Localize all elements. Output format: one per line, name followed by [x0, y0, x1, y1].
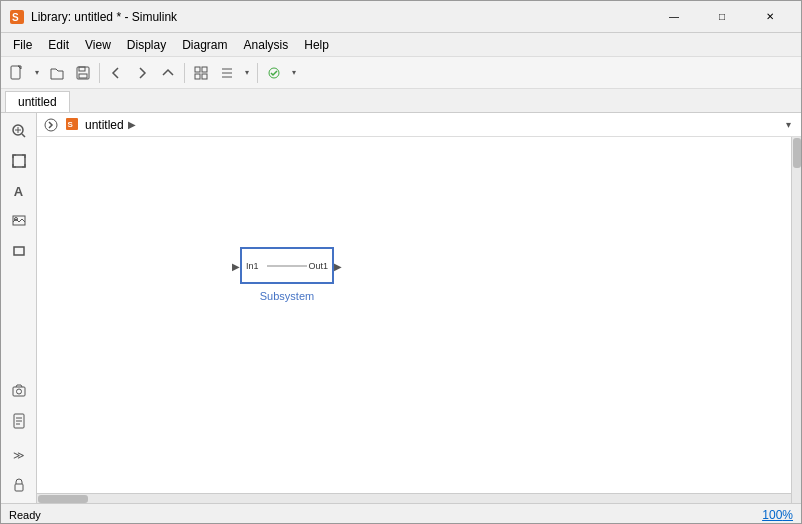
tab-bar: untitled — [1, 89, 801, 113]
svg-rect-22 — [14, 247, 24, 255]
up-button[interactable] — [156, 61, 180, 85]
block-body[interactable]: ▶ In1 Out1 ▶ — [240, 247, 334, 284]
in-port-arrow: ▶ — [232, 260, 240, 271]
separator-1 — [99, 63, 100, 83]
run-dropdown[interactable]: ▾ — [288, 61, 300, 85]
check-button[interactable] — [262, 61, 286, 85]
in-port-label: In1 — [246, 261, 259, 271]
title-icon: S — [9, 9, 25, 25]
svg-text:S: S — [12, 12, 19, 23]
svg-line-16 — [22, 134, 25, 137]
menu-bar: File Edit View Display Diagram Analysis … — [1, 33, 801, 57]
svg-rect-7 — [195, 67, 200, 72]
menu-edit[interactable]: Edit — [40, 36, 77, 54]
svg-rect-6 — [79, 74, 87, 78]
zoom-region-button[interactable] — [5, 117, 33, 145]
title-text: Library: untitled * - Simulink — [31, 10, 651, 24]
vscroll-thumb[interactable] — [793, 138, 801, 168]
svg-rect-29 — [15, 484, 23, 491]
doc-button[interactable] — [5, 407, 33, 435]
title-bar: S Library: untitled * - Simulink — □ ✕ — [1, 1, 801, 33]
more-button[interactable]: ≫ — [5, 441, 33, 469]
svg-rect-10 — [202, 74, 207, 79]
menu-display[interactable]: Display — [119, 36, 174, 54]
separator-3 — [257, 63, 258, 83]
breadcrumb-icon: S — [65, 117, 81, 133]
close-button[interactable]: ✕ — [747, 1, 793, 33]
breadcrumb-content: S untitled ▶ — [61, 117, 780, 133]
maximize-button[interactable]: □ — [699, 1, 745, 33]
forward-button[interactable] — [130, 61, 154, 85]
rect-button[interactable] — [5, 237, 33, 265]
back-button[interactable] — [104, 61, 128, 85]
svg-rect-5 — [79, 67, 85, 71]
breadcrumb-bar: S untitled ▶ ▾ — [37, 113, 801, 137]
out-port-arrow: ▶ — [334, 260, 342, 271]
zoom-value[interactable]: 100% — [762, 508, 793, 522]
minimize-button[interactable]: — — [651, 1, 697, 33]
svg-rect-2 — [11, 66, 20, 79]
menu-file[interactable]: File — [5, 36, 40, 54]
status-bar: Ready 100% — [1, 503, 801, 524]
zoom-display: 100% — [762, 508, 793, 522]
menu-diagram[interactable]: Diagram — [174, 36, 235, 54]
lock-button[interactable] — [5, 471, 33, 499]
list-view-button[interactable] — [215, 61, 239, 85]
tab-untitled[interactable]: untitled — [5, 91, 70, 112]
block-label: Subsystem — [232, 290, 342, 302]
hscroll-thumb[interactable] — [38, 495, 88, 503]
menu-help[interactable]: Help — [296, 36, 337, 54]
diagram-canvas[interactable]: ▶ In1 Out1 ▶ Subsystem — [37, 137, 801, 503]
breadcrumb-dropdown[interactable]: ▾ — [780, 117, 797, 132]
image-button[interactable] — [5, 207, 33, 235]
grid-view-button[interactable] — [189, 61, 213, 85]
fit-button[interactable] — [5, 147, 33, 175]
svg-rect-8 — [202, 67, 207, 72]
breadcrumb-nav-button[interactable] — [41, 115, 61, 135]
vertical-scrollbar[interactable] — [791, 137, 801, 503]
svg-rect-9 — [195, 74, 200, 79]
separator-2 — [184, 63, 185, 83]
svg-point-24 — [16, 389, 21, 394]
subsystem-block[interactable]: ▶ In1 Out1 ▶ Subsystem — [232, 247, 342, 302]
main-area: A ≫ S — [1, 113, 801, 503]
canvas-area[interactable]: S untitled ▶ ▾ ▶ In1 Out1 — [37, 113, 801, 503]
menu-analysis[interactable]: Analysis — [236, 36, 297, 54]
new-dropdown[interactable]: ▾ — [31, 61, 43, 85]
open-button[interactable] — [45, 61, 69, 85]
text-button[interactable]: A — [5, 177, 33, 205]
save-button[interactable] — [71, 61, 95, 85]
svg-text:S: S — [68, 120, 74, 129]
new-button[interactable] — [5, 61, 29, 85]
toolbar: ▾ ▾ ▾ — [1, 57, 801, 89]
breadcrumb-name[interactable]: untitled — [85, 118, 124, 132]
signal-line — [267, 265, 307, 266]
out-port-label: Out1 — [308, 261, 328, 271]
menu-view[interactable]: View — [77, 36, 119, 54]
zoom-area: 100% — [762, 508, 793, 522]
svg-rect-23 — [13, 387, 25, 396]
left-toolbar: A ≫ — [1, 113, 37, 503]
camera-button[interactable] — [5, 377, 33, 405]
svg-rect-19 — [13, 155, 25, 167]
window-controls: — □ ✕ — [651, 1, 793, 33]
status-text: Ready — [9, 509, 41, 521]
view-dropdown[interactable]: ▾ — [241, 61, 253, 85]
breadcrumb-arrow: ▶ — [128, 119, 136, 130]
horizontal-scrollbar[interactable] — [37, 493, 791, 503]
